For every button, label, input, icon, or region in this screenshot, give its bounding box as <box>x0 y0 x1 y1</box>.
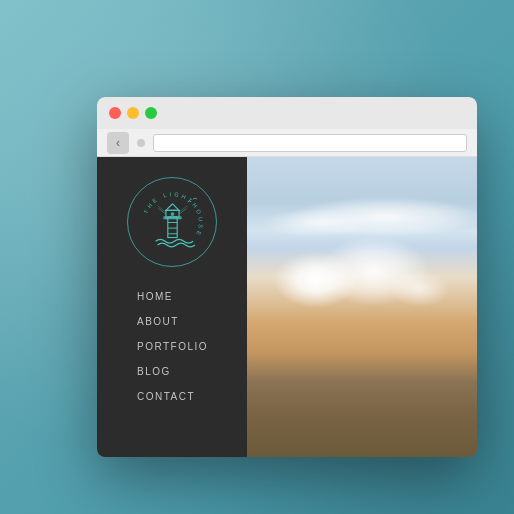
nav-item-blog[interactable]: BLOG <box>107 366 171 377</box>
main-content-photo <box>247 157 477 457</box>
nav-item-portfolio[interactable]: PORTFOLIO <box>107 341 208 352</box>
browser-titlebar <box>97 97 477 129</box>
lighthouse-logo: THE LIGHTHOUSE <box>135 185 210 260</box>
nav-item-contact[interactable]: CONTACT <box>107 391 195 402</box>
logo-container: THE LIGHTHOUSE <box>127 177 217 267</box>
browser-addressbar: ‹ <box>97 129 477 157</box>
nav-menu: HOME ABOUT PORTFOLIO BLOG CONTACT <box>97 291 247 402</box>
address-field[interactable] <box>153 134 467 152</box>
minimize-button[interactable] <box>127 107 139 119</box>
svg-point-6 <box>170 212 174 216</box>
address-dot <box>137 139 145 147</box>
close-button[interactable] <box>109 107 121 119</box>
back-button[interactable]: ‹ <box>107 132 129 154</box>
svg-rect-1 <box>167 216 176 237</box>
mountain-photo <box>247 157 477 457</box>
browser-content: THE LIGHTHOUSE <box>97 157 477 457</box>
svg-marker-7 <box>165 203 178 210</box>
maximize-button[interactable] <box>145 107 157 119</box>
nav-item-home[interactable]: HOME <box>107 291 173 302</box>
browser-window: ‹ THE LIGHTHOUSE <box>97 97 477 457</box>
nav-item-about[interactable]: ABOUT <box>107 316 179 327</box>
sidebar: THE LIGHTHOUSE <box>97 157 247 457</box>
